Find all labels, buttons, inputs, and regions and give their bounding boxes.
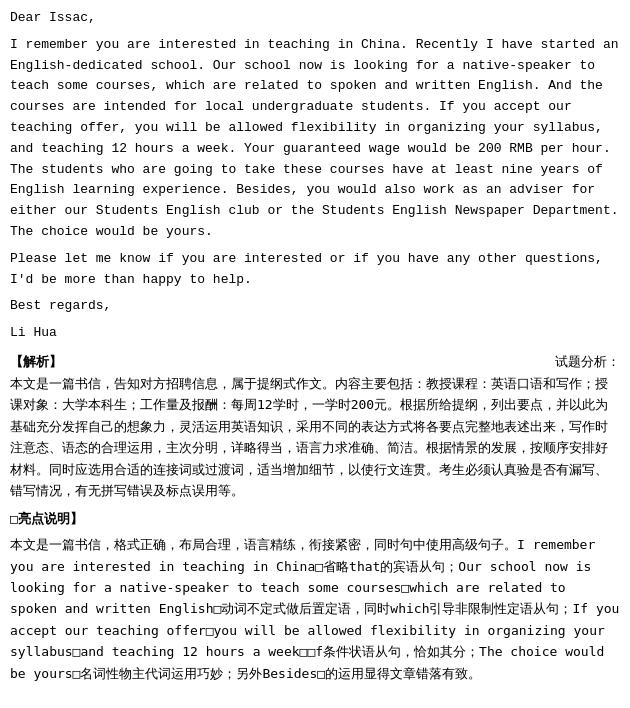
analysis-body: 本文是一篇书信，告知对方招聘信息，属于提纲式作文。内容主要包括：教授课程：英语口… (10, 373, 620, 502)
analysis-header: 【解析】 试题分析： (10, 352, 620, 373)
letter-paragraph1: I remember you are interested in teachin… (10, 35, 620, 243)
analysis-bracket: 【解析】 (10, 352, 62, 373)
highlight-title: □亮点说明】 (10, 509, 620, 530)
letter-section: Dear Issac, I remember you are intereste… (10, 8, 620, 344)
analysis-section: 【解析】 试题分析： 本文是一篇书信，告知对方招聘信息，属于提纲式作文。内容主要… (10, 352, 620, 501)
highlight-text: 本文是一篇书信，格式正确，布局合理，语言精练，衔接紧密，同时句中使用高级句子。I… (10, 537, 619, 681)
highlight-section: □亮点说明】 本文是一篇书信，格式正确，布局合理，语言精练，衔接紧密，同时句中使… (10, 509, 620, 684)
analysis-label: 试题分析： (555, 352, 620, 373)
letter-signature: Li Hua (10, 323, 620, 344)
letter-closing: Best regards, (10, 296, 620, 317)
highlight-body: 本文是一篇书信，格式正确，布局合理，语言精练，衔接紧密，同时句中使用高级句子。I… (10, 534, 620, 684)
letter-greeting: Dear Issac, (10, 8, 620, 29)
letter-paragraph2: Please let me know if you are interested… (10, 249, 620, 291)
